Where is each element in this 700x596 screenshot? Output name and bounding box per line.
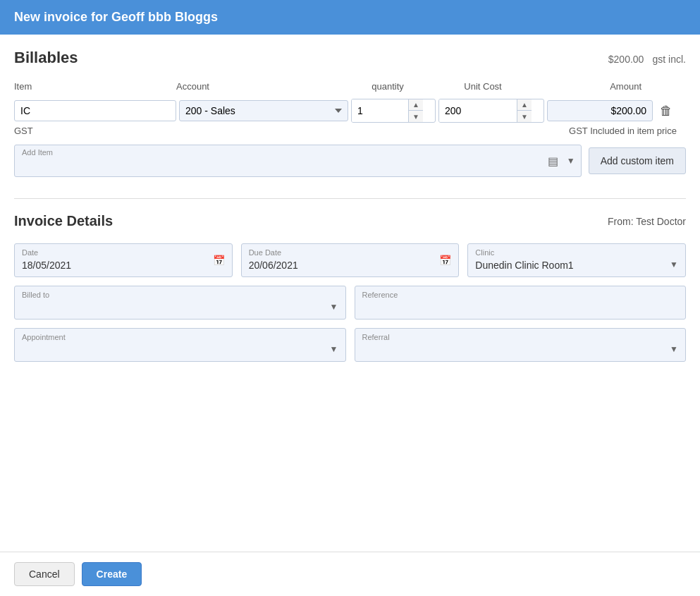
section-divider xyxy=(14,198,686,199)
unit-cost-input[interactable] xyxy=(439,99,517,122)
due-date-field[interactable]: Due Date 20/06/2021 📅 xyxy=(241,243,460,277)
add-custom-item-button[interactable]: Add custom item xyxy=(589,147,686,174)
referral-dropdown-icon[interactable]: ▼ xyxy=(670,344,678,354)
page-title: New invoice for Geoff bbb Bloggs xyxy=(14,10,218,24)
billed-to-field[interactable]: Billed to ▼ xyxy=(14,286,346,320)
col-header-quantity: quantity xyxy=(345,81,430,92)
appointment-label: Appointment xyxy=(22,333,338,341)
col-header-amount: Amount xyxy=(536,81,641,92)
add-item-row: Add Item ▤ ▼ Add custom item xyxy=(14,145,686,177)
unit-cost-wrapper: ▲ ▼ xyxy=(438,99,544,123)
gst-included-text: GST Included in item price xyxy=(438,126,677,136)
reference-label: Reference xyxy=(362,291,679,299)
appointment-field[interactable]: Appointment ▼ xyxy=(14,328,346,362)
footer: Cancel Create xyxy=(0,552,700,596)
invoice-details-header: Invoice Details From: Test Doctor xyxy=(14,213,686,229)
due-date-calendar-icon[interactable]: 📅 xyxy=(439,255,451,266)
quantity-wrapper: ▲ ▼ xyxy=(351,99,436,123)
account-select[interactable]: 200 - Sales xyxy=(179,100,348,121)
date-calendar-icon[interactable]: 📅 xyxy=(213,255,225,266)
billables-title: Billables xyxy=(14,49,78,67)
invoice-details-title: Invoice Details xyxy=(14,213,113,229)
clinic-dropdown-icon[interactable]: ▼ xyxy=(670,260,678,269)
gst-row: GST GST Included in item price xyxy=(14,126,686,136)
col-header-unit-cost: Unit Cost xyxy=(430,81,536,92)
appointment-dropdown-icon[interactable]: ▼ xyxy=(330,344,338,354)
unit-cost-arrows: ▲ ▼ xyxy=(517,99,532,122)
create-button[interactable]: Create xyxy=(82,562,142,586)
page-header: New invoice for Geoff bbb Bloggs xyxy=(0,0,700,35)
col-header-item: Item xyxy=(14,81,176,92)
appointment-referral-row: Appointment ▼ Referral ▼ xyxy=(14,328,686,362)
add-item-select-wrapper[interactable]: Add Item ▤ ▼ xyxy=(14,145,582,177)
date-value: 18/05/2021 xyxy=(22,260,225,271)
main-content: Billables $200.00 gst incl. Item Account… xyxy=(0,35,700,427)
barcode-icon: ▤ xyxy=(548,154,558,168)
total-label: gst incl. xyxy=(653,54,686,65)
billed-to-dropdown-icon[interactable]: ▼ xyxy=(330,302,338,312)
gst-label: GST xyxy=(14,126,176,136)
due-date-label: Due Date xyxy=(249,248,452,257)
referral-field[interactable]: Referral ▼ xyxy=(355,328,687,362)
billed-to-input[interactable] xyxy=(22,302,338,313)
unit-cost-up-arrow[interactable]: ▲ xyxy=(517,99,532,111)
appointment-input[interactable] xyxy=(22,344,338,355)
add-item-label: Add Item xyxy=(22,148,53,157)
billed-reference-row: Billed to ▼ Reference xyxy=(14,286,686,320)
account-select-wrapper: 200 - Sales xyxy=(179,100,348,121)
billables-total: $200.00 gst incl. xyxy=(604,49,686,67)
invoice-from: From: Test Doctor xyxy=(608,216,686,227)
clinic-value: Dunedin Clinic Room1 xyxy=(475,260,678,271)
billables-header: Billables $200.00 gst incl. xyxy=(14,49,686,67)
amount-wrapper xyxy=(547,100,653,121)
clinic-field[interactable]: Clinic Dunedin Clinic Room1 ▼ xyxy=(467,243,686,277)
referral-input[interactable] xyxy=(362,344,679,355)
item-input[interactable] xyxy=(14,100,176,121)
quantity-down-arrow[interactable]: ▼ xyxy=(409,111,423,122)
total-amount: $200.00 xyxy=(608,54,644,65)
date-field[interactable]: Date 18/05/2021 📅 xyxy=(14,243,233,277)
amount-field xyxy=(547,100,653,121)
quantity-up-arrow[interactable]: ▲ xyxy=(409,99,423,111)
due-date-value: 20/06/2021 xyxy=(249,260,452,271)
date-label: Date xyxy=(22,248,225,257)
col-header-account: Account xyxy=(176,81,345,92)
referral-label: Referral xyxy=(362,333,679,341)
quantity-arrows: ▲ ▼ xyxy=(408,99,423,122)
date-clinic-row: Date 18/05/2021 📅 Due Date 20/06/2021 📅 … xyxy=(14,243,686,277)
table-headers: Item Account quantity Unit Cost Amount xyxy=(14,78,686,95)
delete-item-button[interactable]: 🗑 xyxy=(656,101,677,121)
billed-to-label: Billed to xyxy=(22,291,338,299)
cancel-button[interactable]: Cancel xyxy=(14,562,75,586)
reference-input[interactable] xyxy=(362,302,679,313)
unit-cost-down-arrow[interactable]: ▼ xyxy=(517,111,532,122)
reference-field[interactable]: Reference xyxy=(355,286,687,320)
quantity-input[interactable] xyxy=(352,99,408,122)
clinic-label: Clinic xyxy=(475,248,678,257)
item-input-wrapper xyxy=(14,100,176,121)
add-item-select[interactable] xyxy=(15,145,581,176)
line-item-row: 200 - Sales ▲ ▼ ▲ ▼ 🗑 xyxy=(14,99,686,123)
